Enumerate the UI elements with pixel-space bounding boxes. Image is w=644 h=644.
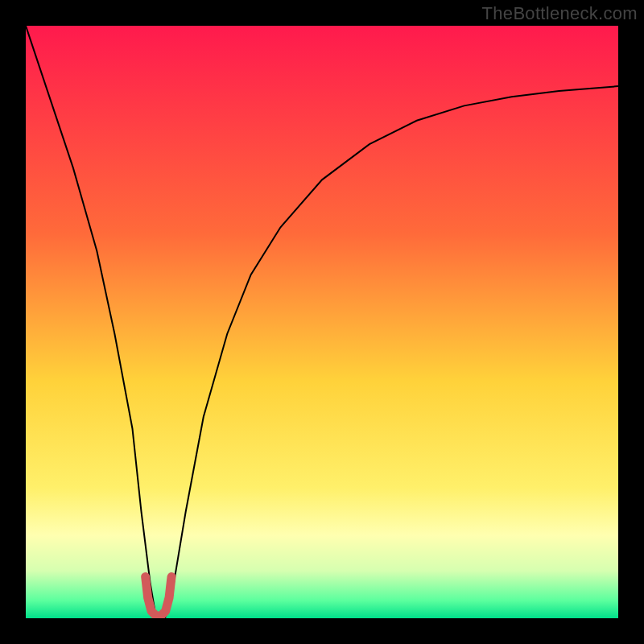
- chart-root: TheBottleneck.com: [0, 0, 644, 644]
- chart-svg: [26, 26, 618, 618]
- gradient-background: [26, 26, 618, 618]
- watermark-text: TheBottleneck.com: [482, 3, 638, 24]
- plot-area: [26, 26, 618, 618]
